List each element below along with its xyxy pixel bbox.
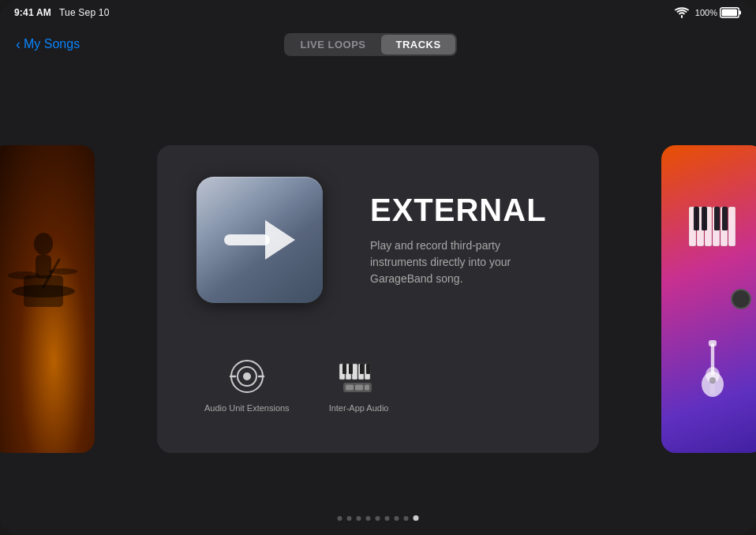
status-icons: 100% [675, 7, 742, 18]
inter-app-icon [335, 357, 383, 396]
back-label: My Songs [24, 37, 80, 51]
tab-tracks[interactable]: TRACKS [381, 35, 455, 54]
inter-app-item[interactable]: Inter-App Audio [329, 357, 389, 413]
svg-rect-39 [722, 207, 728, 230]
svg-point-12 [243, 372, 251, 380]
wifi-icon [675, 7, 689, 18]
card-description: Play and record third-party instruments … [370, 238, 560, 287]
arrow-right-icon [224, 212, 295, 268]
back-button[interactable]: ‹ My Songs [16, 37, 80, 51]
svg-rect-25 [366, 364, 370, 374]
external-icon [196, 177, 323, 303]
svg-rect-29 [365, 384, 369, 390]
svg-rect-35 [728, 207, 735, 246]
audio-unit-item[interactable]: Audio Unit Extensions [204, 357, 290, 413]
segment-control: LIVE LOOPS TRACKS [284, 33, 456, 56]
back-chevron-icon: ‹ [16, 37, 21, 51]
svg-rect-19 [352, 364, 357, 380]
main-card-external[interactable]: EXTERNAL Play and record third-party ins… [157, 145, 599, 453]
status-time: 9:41 AM [14, 7, 51, 18]
svg-rect-22 [342, 364, 346, 374]
drums-background [0, 145, 95, 453]
svg-point-8 [34, 233, 53, 255]
dot-8 [404, 516, 409, 521]
dot-4 [366, 516, 371, 521]
svg-rect-27 [346, 384, 354, 390]
battery-icon [720, 7, 742, 18]
nav-bar: ‹ My Songs LIVE LOOPS TRACKS [0, 25, 756, 63]
audio-unit-icon [223, 357, 271, 396]
svg-rect-10 [224, 234, 270, 245]
left-card-drums[interactable] [0, 145, 95, 453]
dot-3 [357, 516, 361, 521]
guitar-icon [697, 337, 728, 400]
svg-rect-1 [722, 9, 738, 17]
svg-rect-38 [714, 207, 720, 230]
dot-2 [347, 516, 352, 521]
dot-5 [376, 516, 380, 521]
svg-rect-6 [24, 275, 63, 307]
ipad-frame: 9:41 AM Tue Sep 10 100% [0, 0, 756, 535]
content-area: EXTERNAL Play and record third-party ins… [0, 63, 756, 535]
svg-rect-28 [355, 384, 363, 390]
svg-rect-36 [694, 207, 699, 230]
home-button[interactable] [731, 289, 751, 309]
drums-silhouette-icon [0, 220, 87, 378]
dot-1 [338, 516, 342, 521]
piano-keys-icon [685, 199, 740, 262]
dot-7 [395, 516, 399, 521]
svg-rect-37 [702, 207, 707, 230]
card-top: EXTERNAL Play and record third-party ins… [196, 177, 560, 303]
audio-unit-label: Audio Unit Extensions [204, 402, 290, 413]
battery-label: 100% [695, 8, 717, 17]
svg-rect-47 [709, 340, 717, 346]
svg-rect-2 [739, 11, 742, 15]
card-title-area: EXTERNAL Play and record third-party ins… [370, 193, 560, 287]
dot-6 [385, 516, 390, 521]
tab-live-loops[interactable]: LIVE LOOPS [286, 35, 380, 54]
svg-marker-11 [265, 220, 295, 260]
svg-point-46 [709, 377, 716, 383]
dot-9-active [414, 515, 419, 521]
svg-rect-9 [36, 255, 51, 279]
card-title: EXTERNAL [370, 193, 560, 228]
svg-rect-24 [360, 364, 364, 374]
page-dots [338, 515, 419, 521]
inter-app-label: Inter-App Audio [329, 402, 389, 413]
status-date: Tue Sep 10 [59, 7, 110, 18]
card-bottom-icons: Audio Unit Extensions [196, 357, 388, 413]
status-bar: 9:41 AM Tue Sep 10 100% [0, 0, 756, 25]
svg-rect-23 [349, 364, 353, 374]
